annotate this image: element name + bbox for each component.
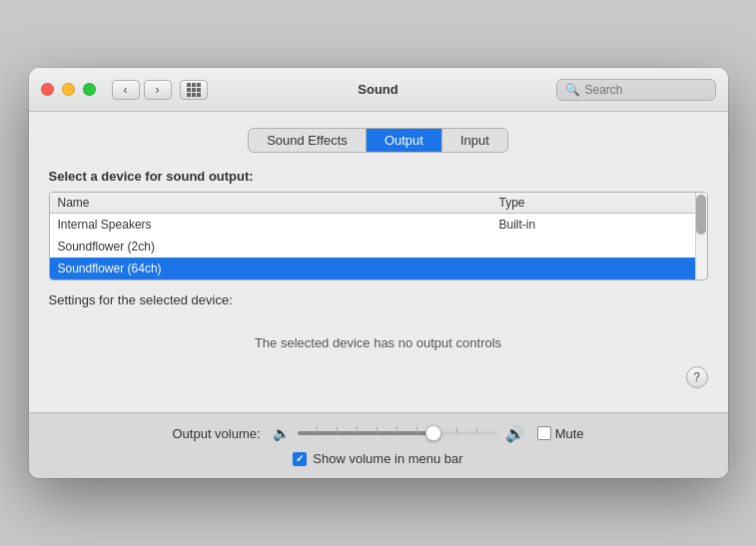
- grid-view-button[interactable]: [180, 80, 208, 100]
- tick-mark: [416, 427, 417, 433]
- settings-section: Settings for the selected device: The se…: [49, 292, 708, 388]
- tab-output[interactable]: Output: [367, 129, 442, 152]
- tick-mark: [357, 427, 358, 433]
- minimize-button[interactable]: [62, 83, 75, 96]
- volume-label: Output volume:: [172, 426, 260, 441]
- window: ‹ › Sound 🔍 Sound Effects Output Input: [29, 68, 728, 478]
- volume-high-icon: 🔊: [505, 424, 525, 443]
- scrollbar-thumb[interactable]: [696, 195, 706, 235]
- show-volume-row: ✓ Show volume in menu bar: [49, 451, 708, 466]
- mute-checkbox[interactable]: [537, 426, 551, 440]
- device-rows: Internal Speakers Built-in Soundflower (…: [50, 214, 707, 279]
- help-btn-row: ?: [49, 366, 708, 388]
- table-row-selected[interactable]: Soundflower (64ch): [50, 258, 707, 279]
- volume-low-icon: 🔈: [273, 425, 290, 441]
- tick-mark: [456, 427, 457, 433]
- no-controls-message: The selected device has no output contro…: [49, 319, 708, 358]
- nav-buttons: ‹ ›: [112, 80, 172, 100]
- search-box[interactable]: 🔍: [556, 79, 716, 101]
- content-area: Sound Effects Output Input Select a devi…: [29, 112, 728, 412]
- col-name-header: Name: [58, 196, 499, 210]
- traffic-lights: [41, 83, 96, 96]
- close-button[interactable]: [41, 83, 54, 96]
- search-input[interactable]: [585, 83, 707, 97]
- search-icon: 🔍: [565, 83, 580, 97]
- bottom-bar: Output volume: 🔈: [29, 412, 728, 478]
- volume-slider[interactable]: [298, 423, 497, 443]
- show-volume-checkbox[interactable]: ✓: [293, 452, 307, 466]
- mute-row: Mute: [537, 426, 584, 441]
- window-title: Sound: [358, 82, 397, 97]
- volume-row: Output volume: 🔈: [49, 423, 708, 443]
- tick-mark: [476, 427, 477, 433]
- tick-mark: [377, 427, 378, 433]
- tab-sound-effects[interactable]: Sound Effects: [249, 129, 367, 152]
- row-name: Internal Speakers: [58, 218, 499, 232]
- grid-icon: [187, 83, 201, 97]
- slider-thumb[interactable]: [425, 425, 441, 441]
- row-type: [499, 240, 699, 254]
- mute-label: Mute: [555, 426, 584, 441]
- device-table: Name Type Internal Speakers Built-in Sou…: [49, 192, 708, 280]
- tab-group: Sound Effects Output Input: [248, 128, 508, 153]
- table-row[interactable]: Soundflower (2ch): [50, 236, 707, 258]
- tick-mark: [337, 427, 338, 433]
- row-type: Built-in: [499, 218, 699, 232]
- titlebar: ‹ › Sound 🔍: [29, 68, 728, 112]
- back-button[interactable]: ‹: [112, 80, 140, 100]
- col-type-header: Type: [499, 196, 699, 210]
- show-volume-label: Show volume in menu bar: [313, 451, 462, 466]
- section-label: Select a device for sound output:: [49, 169, 708, 184]
- slider-track: [298, 431, 497, 435]
- tick-mark: [317, 427, 318, 433]
- help-button[interactable]: ?: [686, 366, 708, 388]
- tab-input[interactable]: Input: [442, 129, 507, 152]
- forward-button[interactable]: ›: [144, 80, 172, 100]
- settings-label: Settings for the selected device:: [49, 292, 708, 307]
- tabs-row: Sound Effects Output Input: [49, 128, 708, 153]
- maximize-button[interactable]: [83, 83, 96, 96]
- scrollbar-track[interactable]: [695, 193, 707, 279]
- row-name: Soundflower (64ch): [58, 262, 499, 275]
- table-header: Name Type: [50, 193, 707, 214]
- row-name: Soundflower (2ch): [58, 240, 499, 254]
- table-row[interactable]: Internal Speakers Built-in: [50, 214, 707, 236]
- row-type: [499, 262, 699, 275]
- tick-mark: [396, 427, 397, 433]
